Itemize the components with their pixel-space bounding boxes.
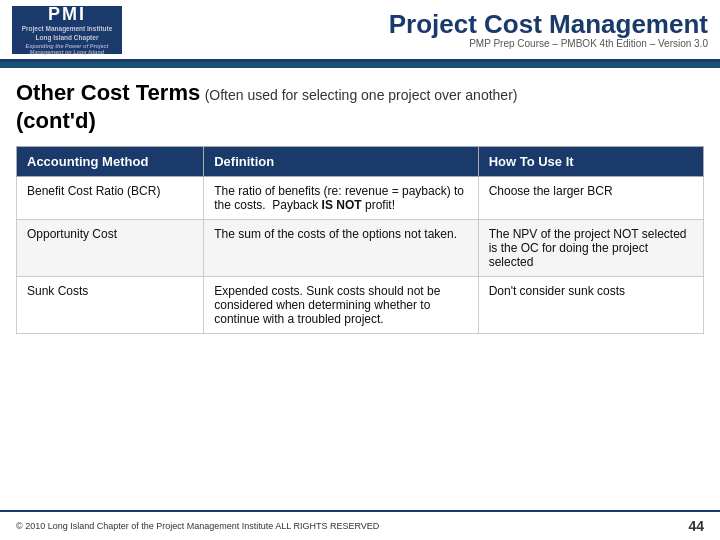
logo-bottom: Expanding the Power of Project Managemen… [15, 43, 119, 55]
pmi-text: PMI [48, 4, 86, 25]
page-title-cont: (cont'd) [16, 108, 704, 134]
bold-is-not: IS NOT [322, 198, 362, 212]
method-bcr: Benefit Cost Ratio (BCR) [17, 177, 204, 220]
col-header-how-to-use: How To Use It [478, 147, 703, 177]
table-row: Sunk Costs Expended costs. Sunk costs sh… [17, 277, 704, 334]
page-title-section: Other Cost Terms (Often used for selecti… [0, 68, 720, 142]
main-title: Project Cost Management [232, 10, 708, 39]
col-header-definition: Definition [204, 147, 478, 177]
how-to-use-opportunity-cost: The NPV of the project NOT selected is t… [478, 220, 703, 277]
definition-opportunity-cost: The sum of the costs of the options not … [204, 220, 478, 277]
how-to-use-bcr: Choose the larger BCR [478, 177, 703, 220]
header-title-area: Project Cost Management PMP Prep Course … [232, 10, 708, 50]
footer: © 2010 Long Island Chapter of the Projec… [0, 510, 720, 540]
cost-terms-table: Accounting Method Definition How To Use … [16, 146, 704, 334]
header-subtitle: PMP Prep Course – PMBOK 4th Edition – Ve… [232, 38, 708, 49]
pmi-logo: PMI Project Management InstituteLong Isl… [12, 6, 122, 54]
logo-subtitle: Project Management InstituteLong Island … [22, 25, 113, 42]
table-row: Benefit Cost Ratio (BCR) The ratio of be… [17, 177, 704, 220]
col-header-method: Accounting Method [17, 147, 204, 177]
page-title-subtitle: (Often used for selecting one project ov… [205, 87, 518, 103]
method-opportunity-cost: Opportunity Cost [17, 220, 204, 277]
footer-page-number: 44 [688, 518, 704, 534]
footer-copyright: © 2010 Long Island Chapter of the Projec… [16, 521, 379, 531]
cost-terms-table-wrapper: Accounting Method Definition How To Use … [0, 146, 720, 334]
table-header-row: Accounting Method Definition How To Use … [17, 147, 704, 177]
table-row: Opportunity Cost The sum of the costs of… [17, 220, 704, 277]
method-sunk-costs: Sunk Costs [17, 277, 204, 334]
definition-bcr: The ratio of benefits (re: revenue = pay… [204, 177, 478, 220]
header: PMI Project Management InstituteLong Isl… [0, 0, 720, 62]
logo-area: PMI Project Management InstituteLong Isl… [12, 6, 232, 54]
definition-sunk-costs: Expended costs. Sunk costs should not be… [204, 277, 478, 334]
how-to-use-sunk-costs: Don't consider sunk costs [478, 277, 703, 334]
page-title: Other Cost Terms [16, 80, 200, 105]
